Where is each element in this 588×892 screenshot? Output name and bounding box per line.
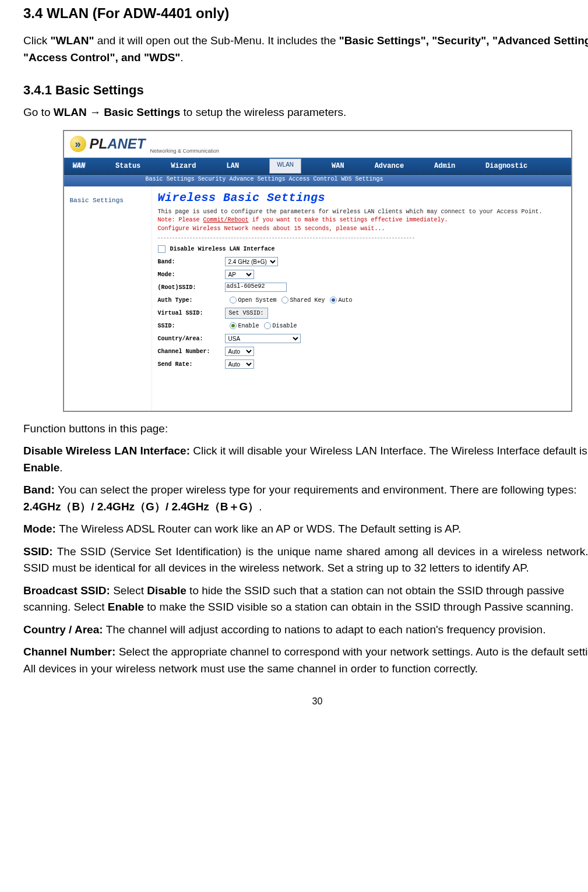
func-country: Country / Area: The channel will adjust … [23, 622, 588, 639]
band-label: Band: [158, 259, 225, 265]
auth-auto-label: Auto [339, 297, 353, 304]
nav-item[interactable]: WAN [332, 162, 344, 170]
commit-link[interactable]: Commit/Reboot [203, 217, 249, 223]
set-vssid-button[interactable]: Set VSSID: [225, 308, 268, 319]
text-bold: WLAN → Basic Settings [54, 106, 180, 118]
func-ssid: SSID: The SSID (Service Set Identificati… [23, 544, 588, 577]
top-nav: WAN Status Wizard LAN WLAN WAN Advance A… [64, 157, 571, 175]
auth-open-label: Open System [238, 297, 277, 304]
text: ANET [107, 136, 145, 151]
page-number: 30 [23, 694, 588, 708]
label: Broadcast SSID: [23, 584, 113, 597]
sub-nav: Basic Settings Security Advance Settings… [64, 175, 571, 186]
panel-title: Wireless Basic Settings [158, 191, 565, 205]
text: Select [113, 584, 147, 597]
func-broadcast: Broadcast SSID: Select Disable to hide t… [23, 583, 588, 616]
text: . [180, 51, 183, 64]
root-ssid-input[interactable]: adsl-605e92 [225, 283, 287, 292]
text-bold: Disable [147, 584, 186, 597]
mode-select[interactable]: AP [225, 270, 254, 279]
intro-p1: Click "WLAN" and it will open out the Su… [23, 33, 588, 66]
rate-label: Send Rate: [158, 361, 225, 368]
text-bold: 2.4GHz（B）/ 2.4GHz（G）/ 2.4GHz（B＋G） [23, 500, 259, 513]
settings-form: Disable Wireless LAN Interface Band:2.4 … [158, 243, 565, 370]
mode-label: Mode: [158, 272, 225, 278]
label: Band: [23, 484, 58, 496]
heading-341: 3.4.1 Basic Settings [23, 80, 588, 100]
label: Mode: [23, 523, 59, 535]
nav-item[interactable]: Advance [375, 162, 404, 170]
text: to setup the wireless parameters. [180, 106, 346, 118]
vssid-label: Virtual SSID: [158, 310, 225, 316]
band-select[interactable]: 2.4 GHz (B+G) [225, 257, 278, 266]
text: The Wireless ADSL Router can work like a… [59, 523, 461, 535]
text: This page is used to configure the param… [158, 209, 543, 215]
logo-sub: Networking & Communication [150, 148, 220, 154]
sidebar: Basic Settings [64, 186, 152, 411]
label: Country / Area: [23, 623, 106, 636]
ssid-disable-radio[interactable] [264, 322, 271, 329]
disable-wlan-label: Disable Wireless LAN Interface [170, 246, 275, 252]
country-select[interactable]: USA [225, 334, 301, 343]
text: You can select the proper wireless type … [58, 484, 576, 496]
nav-item[interactable]: Wizard [171, 162, 196, 170]
text: and it will open out the Sub-Menu. It in… [94, 34, 339, 47]
auth-open-radio[interactable] [230, 297, 237, 304]
func-intro: Function buttons in this page: [23, 421, 588, 438]
text-bold: Enable [108, 601, 144, 613]
auth-label: Auth Type: [158, 297, 225, 304]
country-label: Country/Area: [158, 336, 225, 342]
logo-bar: » PLANET Networking & Communication [64, 131, 571, 157]
divider [158, 238, 414, 238]
text: if you want to make this settings effect… [249, 217, 448, 223]
ssid-disable-label: Disable [273, 323, 297, 329]
text: Click it will disable your Wireless LAN … [193, 445, 587, 457]
label: Channel Number: [23, 646, 119, 658]
text-warning: Configure Wireless Network needs about 1… [158, 225, 385, 232]
nav-item[interactable]: WAN [73, 162, 86, 170]
panel-note: This page is used to configure the param… [158, 208, 565, 234]
text: Click [23, 34, 50, 47]
channel-select[interactable]: Auto [225, 347, 254, 356]
text: . [259, 500, 262, 513]
nav-item[interactable]: Diagnostic [485, 162, 527, 170]
text: Note: Please [158, 217, 203, 223]
text: The SSID (Service Set Identification) is… [23, 545, 588, 574]
channel-label: Channel Number: [158, 348, 225, 355]
auth-shared-radio[interactable] [281, 297, 288, 304]
nav-item-active[interactable]: WLAN [269, 158, 301, 174]
func-band: Band: You can select the proper wireless… [23, 482, 588, 515]
text-bold: Enable [23, 461, 59, 474]
auth-shared-label: Shared Key [290, 297, 325, 304]
intro-p2: Go to WLAN → Basic Settings to setup the… [23, 104, 588, 121]
nav-item[interactable]: Status [115, 162, 140, 170]
text-bold: "WLAN" [50, 34, 94, 47]
main-panel: Wireless Basic Settings This page is use… [152, 186, 571, 411]
logo-icon: » [70, 136, 86, 152]
ssid-enable-label: Enable [238, 323, 259, 329]
text: PL [90, 136, 108, 151]
text: Go to [23, 106, 54, 118]
rate-select[interactable]: Auto [225, 359, 254, 369]
disable-wlan-checkbox[interactable] [158, 245, 166, 253]
heading-34: 3.4 WLAN (For ADW-4401 only) [23, 3, 588, 24]
func-channel: Channel Number: Select the appropriate c… [23, 644, 588, 677]
logo-word: PLANET [90, 136, 146, 152]
text-warning: Note: Please Commit/Reboot if you want t… [158, 217, 448, 223]
func-disable: Disable Wireless LAN Interface: Click it… [23, 443, 588, 476]
auth-auto-radio[interactable] [330, 297, 337, 304]
func-mode: Mode: The Wireless ADSL Router can work … [23, 521, 588, 538]
sidebar-item[interactable]: Basic Settings [70, 197, 124, 204]
text: . [59, 461, 62, 474]
nav-item[interactable]: LAN [227, 162, 240, 170]
text: to make the SSID visible so a station ca… [144, 601, 573, 613]
text: The channel will adjust according to nat… [106, 623, 546, 636]
label: SSID: [23, 545, 57, 558]
nav-item[interactable]: Admin [434, 162, 455, 170]
label: Disable Wireless LAN Interface: [23, 445, 193, 457]
screenshot-figure: » PLANET Networking & Communication WAN … [63, 130, 572, 412]
ssid-enable-radio[interactable] [230, 322, 237, 329]
root-ssid-label: (Root)SSID: [158, 284, 225, 291]
ssid-broadcast-label: SSID: [158, 323, 225, 329]
